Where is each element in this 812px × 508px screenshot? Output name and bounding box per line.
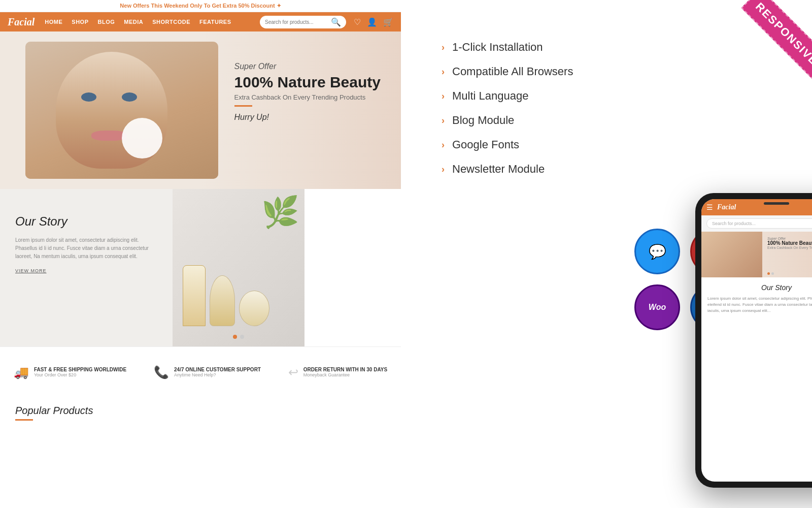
bottle-2 bbox=[210, 275, 235, 326]
popular-products-section: Popular Products bbox=[0, 397, 401, 476]
arrow-icon-1: › bbox=[442, 42, 445, 53]
nav-features[interactable]: FEATURES bbox=[199, 19, 231, 25]
face-background bbox=[25, 42, 218, 179]
site-logo[interactable]: Facial bbox=[8, 16, 35, 28]
bubble-icon: 💬 bbox=[649, 243, 666, 260]
nav-shortcode[interactable]: SHORTCODE bbox=[152, 19, 190, 25]
search-input[interactable] bbox=[265, 19, 331, 25]
leaves-decoration: 🌿 bbox=[261, 194, 299, 230]
hero-title: 100% Nature Beauty bbox=[234, 74, 381, 91]
product-bottles bbox=[183, 265, 269, 326]
phone-hero: Super Offer 100% Nature Beauty Extra Cas… bbox=[701, 232, 812, 277]
ribbon-label: RESPONSIVE bbox=[741, 0, 812, 80]
feature-support: 📞 24/7 ONLINE CUSTOMER SUPPORT Anytime N… bbox=[154, 365, 261, 379]
dot-active[interactable] bbox=[233, 335, 237, 339]
story-title: Our Story bbox=[15, 214, 157, 229]
hero-divider bbox=[234, 105, 252, 107]
popular-title: Popular Products bbox=[15, 405, 386, 417]
phone-search-placeholder: Search for products... bbox=[712, 221, 756, 226]
products-image-block: 🌿 bbox=[173, 189, 304, 346]
nav-blog[interactable]: BLOG bbox=[98, 19, 115, 25]
arrow-icon-3: › bbox=[442, 91, 445, 102]
account-icon[interactable]: 👤 bbox=[367, 17, 377, 27]
shipping-icon: 🚚 bbox=[14, 365, 29, 379]
story-spacer bbox=[304, 189, 401, 346]
carousel-dots bbox=[233, 335, 244, 339]
arrow-icon-2: › bbox=[442, 67, 445, 77]
return-sub: Moneyback Guarantee bbox=[303, 372, 387, 377]
phone-search-area: Search for products... 🔍 bbox=[701, 215, 812, 232]
phone-hero-face bbox=[701, 232, 762, 277]
hero-face-image bbox=[25, 42, 218, 179]
phone-story-section: Our Story Lorem ipsum dolor sit amet, co… bbox=[701, 277, 812, 320]
search-bar[interactable]: 🔍 bbox=[260, 16, 346, 28]
cart-icon[interactable]: 🛒 bbox=[383, 17, 393, 27]
return-icon: ↩ bbox=[288, 365, 298, 379]
feature-row-5: › Google Fonts bbox=[442, 138, 782, 151]
phone-nav-bar: ☰ Facial ♡0 👤 🛒0 bbox=[701, 199, 812, 215]
phone-story-text: Lorem ipsum dolor sit amet, consectetur … bbox=[707, 296, 812, 314]
bottle-3 bbox=[239, 291, 269, 326]
story-block: Our Story Lorem ipsum dolor sit amet, co… bbox=[0, 189, 173, 346]
phone-screen: ☰ Facial ♡0 👤 🛒0 Search for products... … bbox=[701, 199, 812, 482]
feature-label-3: Multi Language bbox=[452, 89, 528, 103]
feature-label-5: Google Fonts bbox=[452, 138, 519, 151]
tech-icon-bubble: 💬 bbox=[634, 229, 680, 274]
feature-label-4: Blog Module bbox=[452, 114, 514, 127]
phone-hero-big: 100% Nature Beauty bbox=[767, 240, 812, 246]
support-icon: 📞 bbox=[154, 365, 169, 379]
phone-speaker bbox=[764, 202, 789, 205]
phone-hero-dots bbox=[767, 272, 774, 275]
wishlist-icon[interactable]: ♡ bbox=[354, 17, 361, 27]
phone-search-bar: Search for products... 🔍 bbox=[706, 218, 812, 229]
nav-icons: ♡ 👤 🛒 bbox=[354, 17, 393, 27]
return-title: ORDER RETURN WITH IN 30 DAYS bbox=[303, 367, 387, 372]
phone-dot-1 bbox=[767, 272, 770, 275]
dot-inactive[interactable] bbox=[240, 335, 244, 339]
mobile-preview: ☰ Facial ♡0 👤 🛒0 Search for products... … bbox=[695, 193, 812, 488]
arrow-icon-5: › bbox=[442, 140, 445, 150]
popular-divider bbox=[15, 419, 33, 421]
feature-label-2: Compatible All Browsers bbox=[452, 65, 573, 78]
phone-hero-sub: Extra Cashback On Every Trending Product… bbox=[767, 246, 812, 249]
nav-media[interactable]: MEDIA bbox=[124, 19, 143, 25]
tech-icon-woo: Woo bbox=[634, 284, 680, 330]
feature-shipping: 🚚 FAST & FREE SHIPPING WORLDWIDE Your Or… bbox=[14, 365, 126, 379]
hero-subtitle: Extra Cashback On Every Trending Product… bbox=[234, 93, 381, 101]
story-text: Lorem ipsum dolor sit amet, consectetur … bbox=[15, 236, 157, 261]
hero-super-offer: Super Offer bbox=[234, 62, 381, 71]
features-bar: 🚚 FAST & FREE SHIPPING WORLDWIDE Your Or… bbox=[0, 346, 401, 397]
support-title: 24/7 ONLINE CUSTOMER SUPPORT bbox=[174, 367, 261, 372]
support-sub: Anytime Need Help? bbox=[174, 372, 261, 377]
feature-label-1: 1-Click Installation bbox=[452, 41, 543, 54]
arrow-icon-6: › bbox=[442, 164, 445, 175]
nav-shop[interactable]: SHOP bbox=[72, 19, 88, 25]
search-icon[interactable]: 🔍 bbox=[331, 17, 341, 27]
feature-row-4: › Blog Module bbox=[442, 114, 782, 127]
phone-dot-2 bbox=[771, 272, 774, 275]
nav-links: HOME SHOP BLOG MEDIA SHORTCODE FEATURES bbox=[45, 19, 260, 25]
phone-story-title: Our Story bbox=[707, 283, 812, 292]
hero-cta: Hurry Up! bbox=[234, 113, 381, 122]
feature-row-6: › Newsletter Module bbox=[442, 163, 782, 176]
bottle-1 bbox=[183, 265, 206, 326]
phone-hero-text: Super Offer 100% Nature Beauty Extra Cas… bbox=[767, 237, 812, 249]
arrow-icon-4: › bbox=[442, 115, 445, 126]
top-bar: New Offers This Weekend Only To Get Extr… bbox=[0, 0, 401, 12]
feature-shipping-text: FAST & FREE SHIPPING WORLDWIDE Your Orde… bbox=[34, 367, 126, 377]
feature-label-6: Newsletter Module bbox=[452, 163, 545, 176]
responsive-ribbon: RESPONSIVE bbox=[710, 0, 812, 102]
feature-return: ↩ ORDER RETURN WITH IN 30 DAYS Moneyback… bbox=[288, 365, 387, 379]
hero-text: Super Offer 100% Nature Beauty Extra Cas… bbox=[234, 62, 381, 122]
view-more-link[interactable]: VIEW MORE bbox=[15, 268, 157, 273]
top-bar-discount: 50% Discount ✦ bbox=[238, 3, 281, 9]
navigation-bar: Facial HOME SHOP BLOG MEDIA SHORTCODE FE… bbox=[0, 12, 401, 31]
feature-support-text: 24/7 ONLINE CUSTOMER SUPPORT Anytime Nee… bbox=[174, 367, 261, 377]
right-info-section: RESPONSIVE › 1-Click Installation › Comp… bbox=[401, 0, 812, 508]
website-preview: New Offers This Weekend Only To Get Extr… bbox=[0, 0, 401, 508]
woo-label: Woo bbox=[649, 303, 666, 312]
feature-return-text: ORDER RETURN WITH IN 30 DAYS Moneyback G… bbox=[303, 367, 387, 377]
shipping-title: FAST & FREE SHIPPING WORLDWIDE bbox=[34, 367, 126, 372]
phone-frame: ☰ Facial ♡0 👤 🛒0 Search for products... … bbox=[695, 193, 812, 488]
nav-home[interactable]: HOME bbox=[45, 19, 62, 25]
